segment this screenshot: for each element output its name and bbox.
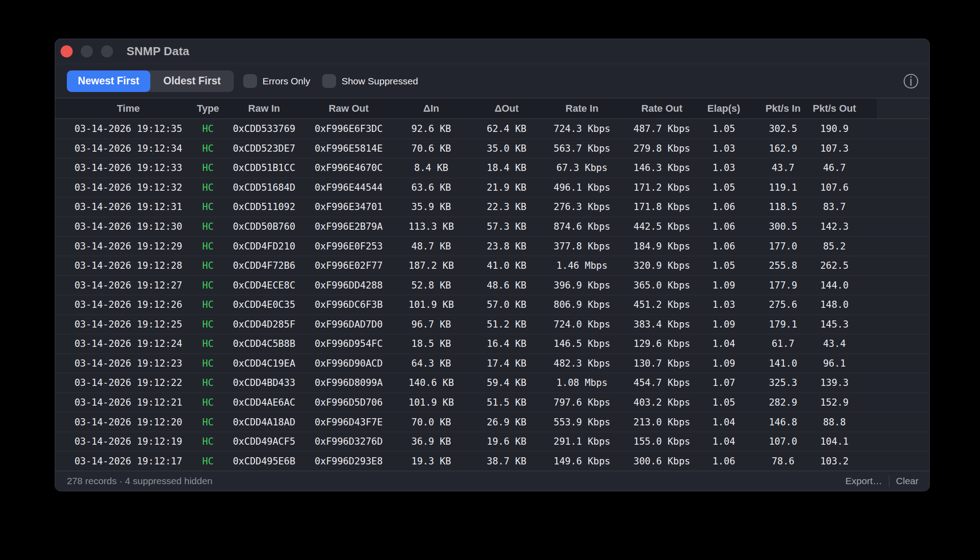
table-cell: 0xCDD4C19EA [223, 354, 306, 373]
table-cell: 0xF996E34701 [306, 197, 392, 217]
sort-newest-first-button[interactable]: Newest First [67, 70, 150, 92]
table-row[interactable]: 03-14-2026 19:12:24HC0xCDD4C5B8B0xF996D9… [55, 334, 929, 354]
column-header-pkt-s-in[interactable]: Pkt/s In [745, 98, 821, 118]
table-cell: 0xF996E0F253 [306, 236, 392, 256]
column-header-type[interactable]: Type [193, 98, 223, 118]
export-button[interactable]: Export… [845, 476, 882, 486]
table-cell: 177.9 [745, 276, 821, 295]
table-cell: 0xF996D90ACD [306, 354, 392, 373]
table-cell: 1.03 [702, 158, 745, 178]
table-cell: HC [193, 451, 223, 471]
table-cell: 16.4 KB [471, 334, 542, 354]
table-row[interactable]: 03-14-2026 19:12:31HC0xCDD5110920xF996E3… [55, 197, 929, 217]
table-cell: 96.1 [821, 354, 877, 373]
table-row[interactable]: 03-14-2026 19:12:19HC0xCDD49ACF50xF996D3… [55, 432, 929, 451]
errors-only-checkbox-group[interactable]: Errors Only [243, 74, 310, 88]
column-header-out[interactable]: ΔOut [471, 98, 542, 118]
table-row[interactable]: 03-14-2026 19:12:22HC0xCDD4BD4330xF996D8… [55, 373, 929, 393]
table-cell: 325.3 [745, 373, 821, 393]
table-row[interactable]: 03-14-2026 19:12:30HC0xCDD50B7600xF996E2… [55, 217, 929, 236]
table-cell: 0xCDD4D285F [223, 315, 306, 334]
show-suppressed-checkbox[interactable] [322, 74, 336, 88]
table-cell: HC [193, 276, 223, 295]
column-header-pkt-s-out[interactable]: Pkt/s Out [821, 98, 877, 118]
table-row[interactable]: 03-14-2026 19:12:25HC0xCDD4D285F0xF996DA… [55, 315, 929, 334]
table-cell: 17.4 KB [471, 354, 542, 373]
table-cell: 18.4 KB [471, 158, 542, 178]
table-cell: 03-14-2026 19:12:24 [55, 334, 193, 354]
sort-segmented-control: Newest First Oldest First [67, 70, 234, 92]
table-row[interactable]: 03-14-2026 19:12:17HC0xCDD495E6B0xF996D2… [55, 451, 929, 471]
table-cell: 563.7 Kbps [542, 139, 621, 158]
table-cell: 365.0 Kbps [621, 276, 702, 295]
minimize-button[interactable] [81, 45, 93, 57]
column-header-rate-out[interactable]: Rate Out [621, 98, 702, 118]
info-icon[interactable]: ⓘ [903, 74, 919, 89]
table-row[interactable]: 03-14-2026 19:12:35HC0xCDD5337690xF996E6… [55, 119, 929, 139]
table-cell: 03-14-2026 19:12:29 [55, 236, 193, 256]
table-cell: 291.1 Kbps [542, 432, 621, 451]
table-cell: HC [193, 373, 223, 393]
table-row[interactable]: 03-14-2026 19:12:32HC0xCDD51684D0xF996E4… [55, 178, 929, 197]
table-cell: 724.0 Kbps [542, 315, 621, 334]
table-cell: 0xCDD4F72B6 [223, 256, 306, 276]
column-header-in[interactable]: ΔIn [392, 98, 471, 118]
table-cell: 0xCDD4FD210 [223, 236, 306, 256]
table-cell: HC [193, 412, 223, 432]
table-cell: 144.0 [821, 276, 877, 295]
table-row[interactable]: 03-14-2026 19:12:23HC0xCDD4C19EA0xF996D9… [55, 354, 929, 373]
window-title: SNMP Data [127, 44, 189, 58]
close-button[interactable] [61, 45, 73, 57]
table-cell: 148.0 [821, 295, 877, 315]
table-row[interactable]: 03-14-2026 19:12:21HC0xCDD4AE6AC0xF996D5… [55, 393, 929, 412]
table-cell: 190.9 [821, 119, 877, 139]
table-cell: 62.4 KB [471, 119, 542, 139]
table-cell: 0xCDD4A18AD [223, 412, 306, 432]
table-cell: 1.06 [702, 451, 745, 471]
column-header-rate-in[interactable]: Rate In [542, 98, 621, 118]
table-cell: 38.7 KB [471, 451, 542, 471]
column-header-raw-in[interactable]: Raw In [223, 98, 306, 118]
table-cell: 377.8 Kbps [542, 236, 621, 256]
table-cell: 104.1 [821, 432, 877, 451]
table-cell: 0xCDD511092 [223, 197, 306, 217]
table-cell: 0xF996DD4288 [306, 276, 392, 295]
zoom-button[interactable] [101, 45, 113, 57]
table-row[interactable]: 03-14-2026 19:12:28HC0xCDD4F72B60xF996E0… [55, 256, 929, 276]
table-cell: 0xCDD4C5B8B [223, 334, 306, 354]
table-cell: 35.0 KB [471, 139, 542, 158]
sort-oldest-first-button[interactable]: Oldest First [150, 70, 234, 92]
table-cell: 1.06 [702, 217, 745, 236]
table-cell: 92.6 KB [392, 119, 471, 139]
table-row[interactable]: 03-14-2026 19:12:26HC0xCDD4E0C350xF996DC… [55, 295, 929, 315]
table-row[interactable]: 03-14-2026 19:12:27HC0xCDD4ECE8C0xF996DD… [55, 275, 929, 295]
column-header-elap-s[interactable]: Elap(s) [702, 98, 745, 118]
column-header-time[interactable]: Time [55, 98, 193, 118]
table-cell: 46.7 [821, 158, 877, 178]
toolbar: Newest First Oldest First Errors Only Sh… [55, 64, 929, 98]
clear-button[interactable]: Clear [896, 476, 919, 486]
table-cell: HC [193, 432, 223, 451]
table-row[interactable]: 03-14-2026 19:12:29HC0xCDD4FD2100xF996E0… [55, 236, 929, 256]
table-cell: 96.7 KB [392, 315, 471, 334]
table-cell: 23.8 KB [471, 236, 542, 256]
table-cell: 70.0 KB [392, 412, 471, 432]
table-row[interactable]: 03-14-2026 19:12:33HC0xCDD51B1CC0xF996E4… [55, 158, 929, 178]
table-cell: 52.8 KB [392, 276, 471, 295]
table-cell: 63.6 KB [392, 178, 471, 197]
table-row[interactable]: 03-14-2026 19:12:20HC0xCDD4A18AD0xF996D4… [55, 412, 929, 432]
column-header-raw-out[interactable]: Raw Out [306, 98, 392, 118]
table-row[interactable]: 03-14-2026 19:12:34HC0xCDD523DE70xF996E5… [55, 139, 929, 158]
table-cell: HC [193, 393, 223, 412]
footer-divider [889, 475, 889, 487]
table-cell: HC [193, 119, 223, 139]
table-cell: 03-14-2026 19:12:22 [55, 373, 193, 393]
titlebar[interactable]: SNMP Data [55, 39, 929, 64]
table-cell: 152.9 [821, 393, 877, 412]
table-cell: 48.7 KB [392, 236, 471, 256]
errors-only-checkbox[interactable] [243, 74, 257, 88]
table-cell: 57.3 KB [471, 217, 542, 236]
table-cell: 806.9 Kbps [542, 295, 621, 315]
show-suppressed-checkbox-group[interactable]: Show Suppressed [322, 74, 418, 88]
table-cell: HC [193, 334, 223, 354]
